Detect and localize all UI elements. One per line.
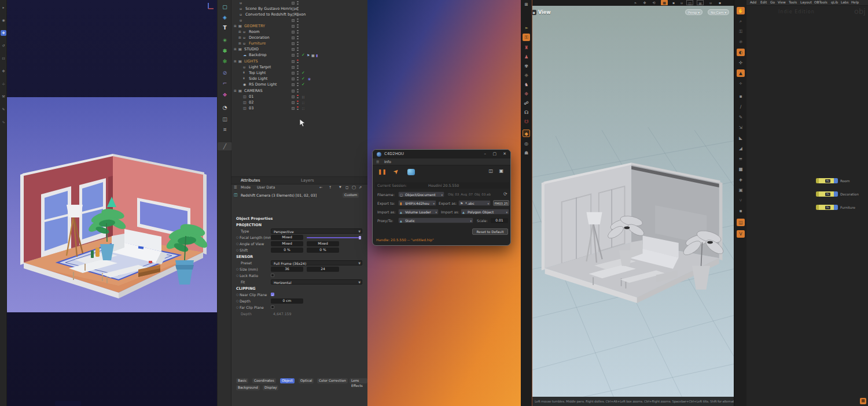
- layer-toggle[interactable]: [292, 60, 295, 63]
- object-label[interactable]: CAMERAS: [244, 88, 263, 94]
- menu-tools[interactable]: Tools: [789, 1, 797, 4]
- table-row-rs-dome-light[interactable]: ◉ RS Dome Light ✓: [231, 82, 367, 87]
- table-row-lights[interactable]: ⊞ ▤ LIGHTS: [231, 58, 367, 64]
- shelf-tool-icon[interactable]: ♜: [523, 44, 530, 51]
- square-icon[interactable]: ■: [737, 165, 745, 173]
- export-as-select[interactable]: ⚑*.abc▾: [458, 200, 491, 206]
- object-label[interactable]: 03: [249, 105, 253, 111]
- menu-go[interactable]: Go: [770, 1, 775, 4]
- v-flag-icon[interactable]: V: [737, 230, 745, 238]
- poly2-icon[interactable]: ◢: [737, 145, 745, 152]
- object-label[interactable]: Light Target: [249, 64, 271, 70]
- table-row-top-light[interactable]: º Top Light ✓: [231, 70, 367, 76]
- bulb-icon[interactable]: ☼: [737, 38, 745, 46]
- object-label[interactable]: Side Light: [249, 76, 267, 82]
- field-icon[interactable]: ◔: [218, 103, 232, 113]
- tool-icon[interactable]: ▪: [670, 0, 677, 5]
- enabled-check-icon[interactable]: ✓: [301, 76, 305, 82]
- snapshot-icon[interactable]: ◫: [737, 219, 745, 226]
- layer-toggle[interactable]: [292, 83, 295, 86]
- node-label[interactable]: Room: [840, 179, 850, 183]
- symmetry-icon[interactable]: ✻: [218, 57, 232, 67]
- play-icon[interactable]: ▸: [1, 5, 6, 10]
- layers-icon[interactable]: ≡: [737, 155, 745, 163]
- hamburger-icon[interactable]: ☰: [376, 160, 379, 164]
- layer-toggle[interactable]: [292, 2, 295, 5]
- layer-toggle[interactable]: [292, 101, 295, 104]
- tab-lens-effects[interactable]: Lens Effects: [350, 378, 367, 383]
- tab-layers[interactable]: Layers: [301, 178, 314, 183]
- headphones-icon[interactable]: ☋: [523, 118, 530, 126]
- size-field-2[interactable]: 24: [307, 267, 339, 272]
- proxy-select[interactable]: ▲Static▾: [398, 217, 473, 223]
- object-label[interactable]: Backdrop: [249, 52, 267, 58]
- light-icon[interactable]: ✣: [737, 59, 745, 67]
- object-label[interactable]: Decoration: [249, 35, 270, 40]
- expand-icon[interactable]: ⊞: [234, 88, 237, 94]
- hamburger-icon[interactable]: ☰: [234, 185, 237, 189]
- crosshair-tag-icon[interactable]: ∷: [302, 106, 304, 112]
- object-label[interactable]: STUDIO: [244, 46, 259, 52]
- small-icon[interactable]: ▪: [737, 207, 745, 215]
- far-clip-checkbox[interactable]: [271, 305, 274, 309]
- version-button[interactable]: FM03.25: [493, 200, 509, 206]
- layer-toggle[interactable]: [292, 13, 295, 16]
- table-row-studio[interactable]: ⊞ ▤ STUDIO: [231, 46, 367, 52]
- poly-icon[interactable]: ◣: [737, 134, 745, 142]
- transform-icon[interactable]: ⇲: [737, 124, 745, 131]
- depth-field[interactable]: 0 cm: [271, 298, 303, 304]
- size-field-1[interactable]: 36: [271, 267, 303, 272]
- pen-icon[interactable]: ✎: [737, 113, 745, 121]
- cube-primitive-icon[interactable]: ◈: [218, 13, 232, 23]
- material-icon[interactable]: ▲: [737, 69, 745, 77]
- grid-icon[interactable]: ⊞: [523, 1, 530, 9]
- node-room[interactable]: Fo Room: [816, 178, 866, 184]
- layer-toggle[interactable]: [292, 77, 295, 80]
- layer-toggle[interactable]: [292, 54, 295, 57]
- expand-icon[interactable]: ⊞: [234, 58, 237, 64]
- tab-coordinates[interactable]: Coordinates: [252, 378, 276, 383]
- ruler-icon[interactable]: ∕: [737, 103, 745, 110]
- menu-edit[interactable]: Edit: [760, 1, 767, 4]
- shelf-tool-icon[interactable]: ❉: [523, 90, 530, 98]
- object-label[interactable]: Top Light: [249, 70, 266, 76]
- pause-icon[interactable]: ❚❚: [378, 169, 387, 175]
- table-row-camera-03[interactable]: ◫ 03 ∷: [231, 105, 367, 111]
- fit-dropdown[interactable]: Horizontal▼: [271, 279, 362, 285]
- table-row-furniture[interactable]: ⊞ ▫ Furniture: [231, 40, 367, 46]
- layer-toggle[interactable]: [292, 19, 295, 22]
- filter-icon[interactable]: ▼: [339, 185, 341, 189]
- nav-up-icon[interactable]: ↑: [329, 185, 332, 189]
- layer-toggle[interactable]: [292, 90, 295, 93]
- diamond-icon[interactable]: ◈: [737, 176, 745, 183]
- node-label[interactable]: Decoration: [840, 193, 859, 196]
- text-tool-icon[interactable]: T: [218, 23, 232, 33]
- object-label[interactable]: LIGHTS: [244, 58, 258, 64]
- deformer-icon[interactable]: ⊘: [218, 68, 232, 78]
- snap-icon[interactable]: ◫: [686, 0, 693, 5]
- angle-of-view-field-2[interactable]: Mixed: [307, 241, 339, 246]
- import-as2-select[interactable]: ▲Polygon Object▾: [461, 209, 509, 215]
- scale-tool-icon[interactable]: ⊡: [1, 56, 6, 61]
- import-as-select[interactable]: ▲Volume Loader▾: [398, 209, 439, 215]
- section-clipping[interactable]: CLIPPING: [236, 286, 255, 291]
- node-display-flag[interactable]: [834, 205, 838, 210]
- expand-icon[interactable]: ⊞: [234, 23, 237, 29]
- layer-toggle[interactable]: [292, 25, 295, 28]
- shift-field-1[interactable]: 0 %: [271, 248, 303, 253]
- table-row-backdrop[interactable]: ☁ Backdrop ✓ ⚑ ▦ ▮: [231, 52, 367, 58]
- record-icon[interactable]: ▣: [499, 168, 503, 174]
- export-to-select[interactable]: ▮$HIP/c4d2hou▾: [398, 200, 436, 206]
- move-icon[interactable]: ✥: [641, 0, 648, 5]
- tab-basic[interactable]: Basic: [236, 378, 248, 383]
- table-row[interactable]: ▫: [231, 17, 367, 23]
- filename-select[interactable]: ◻Object/Document▾: [398, 191, 444, 197]
- table-row-camera-01[interactable]: ◫ 01 ∷: [231, 94, 367, 99]
- shelf-tool-icon[interactable]: ✾: [523, 62, 530, 70]
- camera-icon[interactable]: ◫: [218, 115, 232, 124]
- node-display-flag[interactable]: [834, 191, 838, 197]
- object-label[interactable]: RS Dome Light: [249, 82, 277, 87]
- tool-icon[interactable]: ▪: [716, 0, 723, 5]
- info-menu[interactable]: Info: [384, 160, 391, 164]
- shelf-tool-icon[interactable]: ❈: [523, 72, 530, 79]
